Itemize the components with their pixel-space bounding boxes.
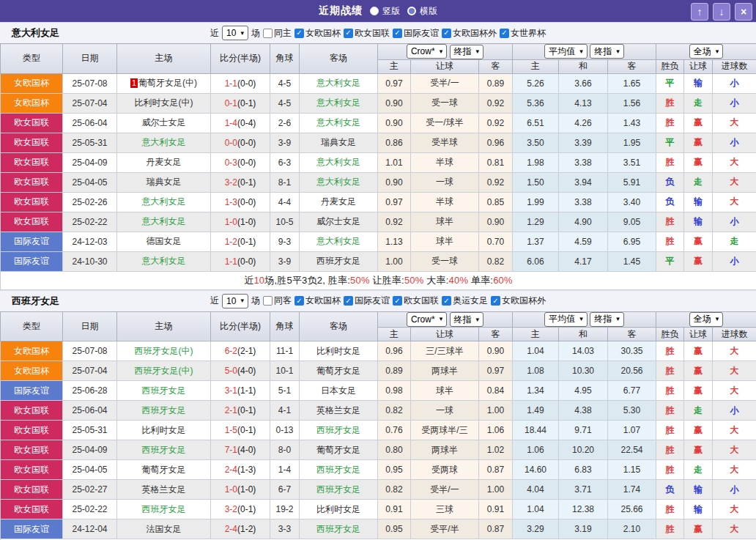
recent-count-select[interactable]: 10 ▾ <box>222 26 248 40</box>
league-checkbox[interactable]: ✓国际友谊 <box>393 27 439 40</box>
layout-radio-horizontal[interactable]: 横版 <box>407 5 437 18</box>
league-checkbox[interactable]: ✓女欧国杯 <box>294 27 341 40</box>
avg-header: 平均值▾ 终指▾ <box>513 311 656 328</box>
league-checkbox[interactable]: ✓女欧国杯外 <box>491 295 546 307</box>
same-venue-checkbox[interactable]: 同客 <box>263 295 292 307</box>
subcol-result: 胜负 <box>656 59 684 73</box>
league-checkbox[interactable]: ✓女世界杯 <box>500 27 546 40</box>
final-odds-select[interactable]: 终指▾ <box>450 45 484 59</box>
match-row: 欧女国联25-04-09丹麦女足0-3(0-0)6-3意大利女足1.01半球0.… <box>1 152 756 172</box>
scroll-up-button[interactable]: ↑ <box>691 3 708 21</box>
chevron-down-icon: ▾ <box>716 316 719 322</box>
subcol-away-odds: 客 <box>479 59 513 73</box>
full-match-select[interactable]: 全场▾ <box>689 44 724 59</box>
odds-away-cell: 0.97 <box>479 361 513 381</box>
checkbox-checked-icon: ✓ <box>500 29 509 38</box>
avg-draw-cell: 3.71 <box>559 480 608 500</box>
home-team-cell: 意大利女足 <box>117 192 211 212</box>
avg-away-cell: 3.51 <box>608 152 656 172</box>
handicap-result-cell: 赢 <box>684 519 713 539</box>
corner-cell: 8-1 <box>270 172 300 192</box>
avg-select[interactable]: 平均值▾ <box>544 312 588 327</box>
odds-home-cell: 0.91 <box>378 500 411 519</box>
goals-result-cell: 大 <box>713 192 756 212</box>
final-odds-value: 终指 <box>454 314 472 326</box>
section-filter-bar: 意大利女足 近 10 ▾ 场 同主 ✓女欧国杯✓欧女国联✓国际友谊✓女欧国杯外✓… <box>0 22 756 43</box>
corner-cell: 0-13 <box>270 421 300 440</box>
odds-home-cell: 0.82 <box>378 480 411 500</box>
corner-cell: 3-3 <box>270 519 300 539</box>
home-team-cell: 葡萄牙女足 <box>117 460 211 480</box>
league-checkbox[interactable]: ✓欧女国联 <box>393 295 439 307</box>
result-cell: 胜 <box>656 361 684 381</box>
bookmaker-select[interactable]: Crow*▾ <box>407 312 447 327</box>
scroll-down-button[interactable]: ↓ <box>713 3 730 21</box>
subcol-draw-avg: 和 <box>559 59 608 73</box>
away-team-cell: 意大利女足 <box>300 232 378 251</box>
matches-tbody: 女欧国杯25-07-08西班牙女足(中)6-2(2-1)11-1比利时女足0.9… <box>1 341 756 539</box>
final-odds-select[interactable]: 终指▾ <box>450 312 484 327</box>
unit-label: 场 <box>251 295 260 307</box>
avg-draw-cell: 6.83 <box>559 460 608 480</box>
league-label: 女欧国杯 <box>305 295 341 307</box>
avg-away-cell: 1.07 <box>608 421 656 440</box>
rank-badge: 1 <box>130 78 138 88</box>
date-cell: 25-04-05 <box>63 172 117 192</box>
home-team-cell: 西班牙女足 <box>117 500 211 519</box>
handicap-result-cell: 走 <box>684 172 713 192</box>
corner-cell: 6-7 <box>270 480 300 500</box>
goals-result-cell: 大 <box>713 361 756 381</box>
final-odds-value: 终指 <box>594 313 612 325</box>
league-checkbox[interactable]: ✓女欧国杯外 <box>442 27 497 40</box>
checkbox-checked-icon: ✓ <box>393 29 402 38</box>
league-checkbox[interactable]: ✓欧女国联 <box>344 27 390 40</box>
league-checkbox[interactable]: ✓女欧国杯 <box>294 295 341 307</box>
league-label: 国际友谊 <box>355 295 390 307</box>
avg-draw-cell: 3.19 <box>559 519 608 539</box>
avg-draw-cell: 10.30 <box>559 361 608 381</box>
handicap-result-cell: 输 <box>684 73 713 93</box>
final-odds-value: 终指 <box>594 45 612 58</box>
avg-away-cell: 20.56 <box>608 361 656 381</box>
handicap-cell: 三/三球半 <box>411 341 479 361</box>
match-row: 女欧国杯25-07-08西班牙女足(中)6-2(2-1)11-1比利时女足0.9… <box>1 341 756 361</box>
odds-away-cell: 0.81 <box>479 152 513 172</box>
league-cell: 国际友谊 <box>1 381 63 401</box>
result-cell: 负 <box>656 480 684 500</box>
odds-home-cell: 0.97 <box>378 192 411 212</box>
odds-home-cell: 0.76 <box>378 421 411 440</box>
league-checkbox[interactable]: ✓国际友谊 <box>344 295 390 307</box>
away-team-cell: 西班牙女足 <box>300 421 378 440</box>
score-cell: 1-1(0-0) <box>211 251 270 271</box>
full-match-select[interactable]: 全场▾ <box>689 312 724 327</box>
bookmaker-select[interactable]: Crow*▾ <box>407 44 447 59</box>
same-venue-checkbox[interactable]: 同主 <box>263 27 292 40</box>
result-cell: 胜 <box>656 381 684 401</box>
team-name: 西班牙女足 <box>12 295 59 308</box>
date-cell: 25-07-04 <box>63 361 117 381</box>
final-odds-select-2[interactable]: 终指▾ <box>590 44 624 59</box>
match-row: 女欧国杯25-07-04西班牙女足(中)5-0(4-0)10-1葡萄牙女足0.8… <box>1 361 756 381</box>
crow-header: Crow*▾ 终指▾ <box>378 311 513 328</box>
close-button[interactable]: × <box>735 3 752 21</box>
result-cell: 平 <box>656 73 684 93</box>
col-date: 日期 <box>63 44 117 74</box>
odds-away-cell: 1.06 <box>479 421 513 440</box>
score-cell: 3-2(0-1) <box>211 500 270 519</box>
home-team-cell: 西班牙女足 <box>117 381 211 401</box>
odds-away-cell: 0.92 <box>479 172 513 192</box>
avg-select[interactable]: 平均值▾ <box>544 44 588 59</box>
layout-radio-vertical[interactable]: 竖版 <box>370 5 400 18</box>
score-cell: 1-3(0-0) <box>211 192 270 212</box>
avg-draw-cell: 3.39 <box>559 133 608 152</box>
league-label: 欧女国联 <box>404 295 439 307</box>
league-cell: 国际友谊 <box>1 232 63 251</box>
league-checkbox[interactable]: ✓奥运女足 <box>442 295 488 307</box>
match-row: 欧女国联25-02-26意大利女足1-3(0-0)4-4丹麦女足0.97半球0.… <box>1 192 756 212</box>
goals-result-cell: 大 <box>713 152 756 172</box>
result-cell: 胜 <box>656 401 684 421</box>
league-filters: ✓女欧国杯✓欧女国联✓国际友谊✓女欧国杯外✓女世界杯 <box>294 27 546 40</box>
final-odds-select-2[interactable]: 终指▾ <box>590 312 624 327</box>
recent-count-select[interactable]: 10 ▾ <box>222 294 248 308</box>
home-team-cell: 法国女足 <box>117 519 211 539</box>
